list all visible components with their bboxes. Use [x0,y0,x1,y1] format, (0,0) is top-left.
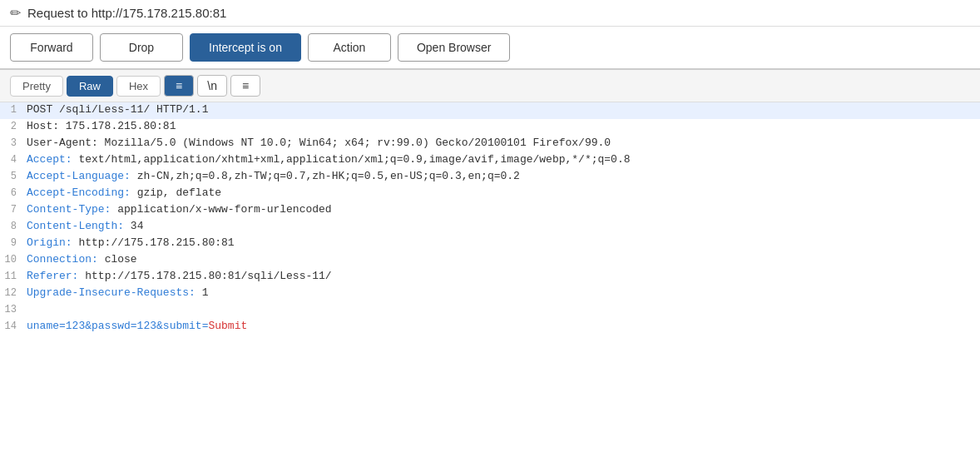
table-row: 6Accept-Encoding: gzip, deflate [0,186,980,202]
line-number: 9 [0,236,23,249]
table-row: 13 [0,302,980,319]
table-row: 11Referer: http://175.178.215.80:81/sqli… [0,269,980,286]
intercept-button[interactable]: Intercept is on [190,33,301,62]
title-bar: ✏ Request to http://175.178.215.80:81 [0,0,980,27]
table-row: 3User-Agent: Mozilla/5.0 (Windows NT 10.… [0,136,980,152]
line-number: 10 [0,253,23,266]
line-content: Content-Type: application/x-www-form-url… [23,203,980,216]
line-content: Accept-Language: zh-CN,zh;q=0.8,zh-TW;q=… [23,170,980,182]
line-content: Upgrade-Insecure-Requests: 1 [23,286,980,299]
table-row: 8Content-Length: 34 [0,219,980,236]
pencil-icon: ✏ [10,5,21,21]
table-row: 14uname=123&passwd=123&submit=Submit [0,319,980,335]
view-bar: Pretty Raw Hex ≡ \n ≡ [0,70,980,102]
open-browser-button[interactable]: Open Browser [398,33,510,62]
table-row: 4Accept: text/html,application/xhtml+xml… [0,152,980,169]
line-content: Referer: http://175.178.215.80:81/sqli/L… [23,270,980,282]
line-number: 14 [0,320,23,332]
line-number: 1 [0,103,23,116]
page-title: Request to http://175.178.215.80:81 [27,6,226,20]
line-content: Connection: close [23,253,980,266]
line-number: 6 [0,186,23,199]
hex-button[interactable]: Hex [116,76,161,97]
line-content: User-Agent: Mozilla/5.0 (Windows NT 10.0… [23,137,980,149]
line-number: 4 [0,153,23,166]
line-number: 7 [0,203,23,216]
request-content: 1POST /sqli/Less-11/ HTTP/1.12Host: 175.… [0,102,980,335]
line-number: 8 [0,220,23,232]
menu-icon-button[interactable]: ≡ [230,75,260,97]
line-number: 5 [0,170,23,182]
raw-button[interactable]: Raw [67,76,113,97]
table-row: 5Accept-Language: zh-CN,zh;q=0.8,zh-TW;q… [0,169,980,186]
forward-button[interactable]: Forward [10,33,93,62]
table-row: 1POST /sqli/Less-11/ HTTP/1.1 [0,102,980,119]
line-content: POST /sqli/Less-11/ HTTP/1.1 [23,103,980,116]
line-content: uname=123&passwd=123&submit=Submit [23,320,980,332]
pilcrow-icon-button[interactable]: \n [197,75,227,97]
line-number: 3 [0,137,23,149]
table-row: 9Origin: http://175.178.215.80:81 [0,236,980,252]
table-row: 7Content-Type: application/x-www-form-ur… [0,202,980,219]
action-button[interactable]: Action [308,33,391,62]
table-row: 10Connection: close [0,252,980,269]
line-number: 2 [0,120,23,132]
toolbar: Forward Drop Intercept is on Action Open… [0,27,980,70]
line-content: Origin: http://175.178.215.80:81 [23,236,980,249]
line-number: 13 [0,303,23,315]
drop-button[interactable]: Drop [100,33,183,62]
lines-icon-button[interactable]: ≡ [164,75,194,97]
table-row: 12Upgrade-Insecure-Requests: 1 [0,286,980,302]
line-number: 11 [0,270,23,282]
table-row: 2Host: 175.178.215.80:81 [0,119,980,136]
line-content: Accept: text/html,application/xhtml+xml,… [23,153,980,166]
pretty-button[interactable]: Pretty [10,76,63,97]
line-content: Host: 175.178.215.80:81 [23,120,980,132]
line-number: 12 [0,286,23,299]
line-content: Accept-Encoding: gzip, deflate [23,186,980,199]
line-content: Content-Length: 34 [23,220,980,232]
